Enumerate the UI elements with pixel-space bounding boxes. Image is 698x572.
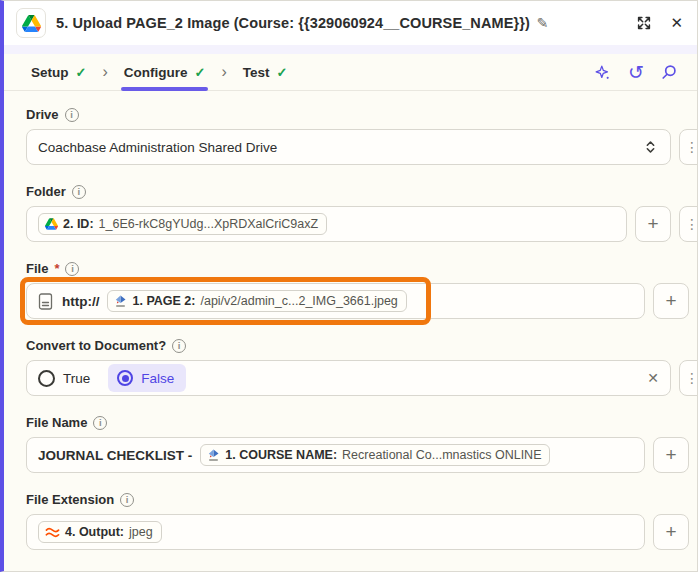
- file-extension-label: File Extension: [26, 492, 114, 507]
- convert-radio-group: True False ✕: [26, 360, 671, 396]
- check-icon: ✓: [76, 65, 87, 80]
- token-value: jpeg: [129, 525, 153, 539]
- tab-setup[interactable]: Setup ✓: [28, 54, 89, 90]
- kebab-icon: ⋮: [685, 370, 698, 386]
- folder-input[interactable]: 2. ID: 1_6E6-rkC8gYUdg...XpRDXalCriC9axZ: [26, 206, 627, 242]
- search-icon: [661, 64, 677, 80]
- header-divider: [4, 45, 697, 54]
- zap-step-editor-panel: 5. Upload PAGE_2 Image (Course: {{329060…: [0, 0, 698, 572]
- convert-options-button[interactable]: ⋮: [679, 360, 698, 396]
- expand-icon: [636, 15, 652, 31]
- field-folder: Folder i 2. ID: 1_: [26, 184, 697, 242]
- radio-true-label: True: [63, 371, 90, 386]
- folder-insert-data-button[interactable]: +: [635, 206, 671, 242]
- chevron-updown-icon: [642, 138, 659, 156]
- file-insert-data-button[interactable]: +: [653, 283, 689, 319]
- check-icon: ✓: [277, 65, 288, 80]
- info-icon[interactable]: i: [172, 339, 186, 353]
- file-name-input[interactable]: JOURNAL CHECKLIST - 1. COURSE NAME: Recr…: [26, 437, 645, 473]
- undo-icon: ↺: [628, 63, 644, 82]
- info-icon[interactable]: i: [65, 262, 79, 276]
- plus-icon: +: [665, 444, 676, 466]
- radio-unselected-icon: [38, 370, 55, 387]
- file-extension-insert-data-button[interactable]: +: [653, 514, 689, 550]
- kebab-icon: ⋮: [685, 139, 698, 155]
- step-tabbar: Setup ✓ › Configure ✓ › Test ✓ ↺: [4, 54, 697, 91]
- check-icon: ✓: [195, 65, 206, 80]
- ai-assist-button[interactable]: [594, 64, 611, 81]
- configure-form: Drive i Coachbase Administration Shared …: [4, 91, 697, 550]
- close-icon: ✕: [670, 14, 683, 32]
- edit-title-icon[interactable]: ✎: [537, 15, 549, 31]
- step-title: 5. Upload PAGE_2 Image (Course: {{329060…: [56, 15, 530, 31]
- file-name-prefix: JOURNAL CHECKLIST -: [38, 448, 192, 463]
- ai-sparkle-icon: [594, 64, 611, 81]
- token-step-name: 1. COURSE NAME:: [225, 448, 337, 462]
- convert-label: Convert to Document?: [26, 338, 166, 353]
- clear-field-button[interactable]: ✕: [647, 370, 659, 386]
- tab-configure[interactable]: Configure ✓: [121, 54, 209, 90]
- token-step-name: 1. PAGE 2:: [132, 294, 195, 308]
- radio-selected-icon: [117, 370, 133, 386]
- clear-icon: ✕: [647, 370, 659, 386]
- info-icon[interactable]: i: [72, 185, 86, 199]
- file-input[interactable]: http:// 1. PAGE 2: /api/v2/admin_c...2_I…: [26, 283, 645, 319]
- refresh-fields-button[interactable]: ↺: [628, 63, 644, 82]
- token-step-name: 4. Output:: [65, 525, 124, 539]
- close-button[interactable]: ✕: [670, 14, 683, 32]
- drive-options-button[interactable]: ⋮: [679, 129, 698, 165]
- tab-separator: ›: [89, 54, 120, 90]
- token-value: Recreational Co...mnastics ONLINE: [342, 448, 541, 462]
- tab-test[interactable]: Test ✓: [240, 54, 291, 90]
- info-icon[interactable]: i: [93, 416, 107, 430]
- file-name-label: File Name: [26, 415, 87, 430]
- folder-label: Folder: [26, 184, 66, 199]
- creator-app-icon: [114, 295, 127, 308]
- file-label: File: [26, 261, 48, 276]
- file-extension-input[interactable]: 4. Output: jpeg: [26, 514, 645, 550]
- drive-label: Drive: [26, 107, 59, 122]
- folder-options-button[interactable]: ⋮: [679, 206, 698, 242]
- radio-false[interactable]: False: [108, 364, 186, 392]
- creator-app-icon: [207, 449, 220, 462]
- tab-separator: ›: [208, 54, 239, 90]
- google-drive-icon: [22, 15, 41, 32]
- file-name-insert-data-button[interactable]: +: [653, 437, 689, 473]
- file-extension-token-pill[interactable]: 4. Output: jpeg: [38, 521, 162, 543]
- token-step-name: 2. ID:: [63, 217, 94, 231]
- folder-token-pill[interactable]: 2. ID: 1_6E6-rkC8gYUdg...XpRDXalCriC9axZ: [38, 213, 327, 235]
- google-drive-icon: [45, 218, 58, 230]
- formatter-icon: [45, 526, 60, 538]
- plus-icon: +: [647, 213, 658, 235]
- radio-true[interactable]: True: [38, 370, 90, 387]
- field-file-name: File Name i JOURNAL CHECKLIST - 1. COURS…: [26, 415, 697, 473]
- field-drive: Drive i Coachbase Administration Shared …: [26, 107, 697, 165]
- google-drive-app-badge: [16, 8, 46, 38]
- expand-button[interactable]: [636, 15, 652, 31]
- file-url-prefix: http://: [62, 294, 99, 309]
- kebab-icon: ⋮: [685, 216, 698, 232]
- plus-icon: +: [665, 290, 676, 312]
- file-token-pill[interactable]: 1. PAGE 2: /api/v2/admin_c...2_IMG_3661.…: [107, 290, 406, 312]
- search-fields-button[interactable]: [661, 64, 677, 80]
- field-convert-to-document: Convert to Document? i True False ✕: [26, 338, 697, 396]
- info-icon[interactable]: i: [120, 493, 134, 507]
- drive-select[interactable]: Coachbase Administration Shared Drive: [26, 129, 671, 165]
- required-asterisk: *: [54, 261, 59, 276]
- step-header: 5. Upload PAGE_2 Image (Course: {{329060…: [4, 1, 697, 45]
- field-file-extension: File Extension i 4. Output: jpeg +: [26, 492, 697, 550]
- field-file: File * i http://: [26, 261, 697, 319]
- plus-icon: +: [665, 521, 676, 543]
- document-icon: [38, 293, 53, 310]
- file-name-token-pill[interactable]: 1. COURSE NAME: Recreational Co...mnasti…: [200, 444, 550, 466]
- info-icon[interactable]: i: [65, 108, 79, 122]
- token-value: 1_6E6-rkC8gYUdg...XpRDXalCriC9axZ: [99, 217, 319, 231]
- drive-select-value: Coachbase Administration Shared Drive: [38, 140, 277, 155]
- radio-false-label: False: [141, 371, 174, 386]
- token-value: /api/v2/admin_c...2_IMG_3661.jpeg: [200, 294, 397, 308]
